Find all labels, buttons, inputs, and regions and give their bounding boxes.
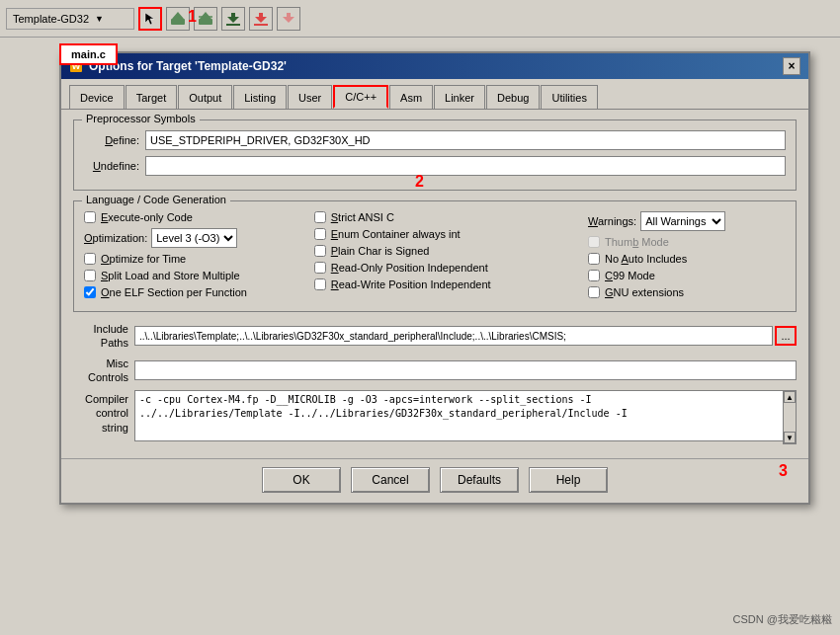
include-paths-browse-button[interactable]: ... [775,326,797,346]
erase-icon [281,11,296,27]
cursor-tool-button[interactable] [138,7,162,31]
tab-user[interactable]: User [288,85,332,109]
language-right-col: Warnings: No Warnings All Warnings Thumb… [588,211,786,303]
download-button[interactable] [221,7,245,31]
readonly-pos-label: Read-Only Position Independent [331,262,488,274]
readwrite-pos-check[interactable] [314,278,326,290]
tab-output[interactable]: Output [178,85,232,109]
enum-container-label: Enum Container always int [331,228,461,240]
dialog-footer: OK Cancel Defaults Help [61,458,808,503]
tab-device[interactable]: Device [69,85,125,109]
compiler-string-textarea[interactable]: -c -cpu Cortex-M4.fp -D__MICROLIB -g -O3… [134,390,797,441]
dialog-close-button[interactable]: × [783,57,800,75]
dialog-tab-strip: Device Target Output Listing User C/C++ … [61,79,808,110]
execute-only-check[interactable] [84,211,96,223]
c99-mode-check[interactable] [588,270,600,281]
undefine-label: Undefine: [84,160,145,172]
warnings-select[interactable]: No Warnings All Warnings [640,211,725,231]
no-auto-includes-check[interactable] [588,253,600,265]
compiler-textarea-wrap: -c -cpu Cortex-M4.fp -D__MICROLIB -g -O3… [134,390,797,444]
erase-button[interactable] [277,7,300,31]
tab-main-c[interactable]: main.c [59,43,118,65]
project-dropdown-arrow: ▼ [95,14,104,24]
tab-cpp[interactable]: C/C++ [333,85,388,109]
one-elf-label: One ELF Section per Function [101,286,247,298]
toolbar: Template-GD32 ▼ [0,0,840,38]
tab-asm[interactable]: Asm [389,85,433,109]
misc-controls-input[interactable] [134,360,797,380]
svg-rect-10 [259,13,263,18]
define-input[interactable] [145,130,786,150]
undefine-row: Undefine: [84,156,786,176]
download2-button[interactable] [249,7,273,31]
gnu-ext-row: GNU extensions [588,286,786,298]
tab-utilities[interactable]: Utilities [541,85,597,109]
build-icon [170,11,186,27]
optimization-row: Optimization: Level 0 (-O0) Level 1 (-O1… [84,228,304,248]
svg-rect-7 [231,13,235,18]
dialog-titlebar: W Options for Target 'Template-GD32' × [61,53,808,79]
no-auto-includes-row: No Auto Includes [588,253,786,265]
thumb-mode-row: Thumb Mode [588,236,786,248]
include-paths-label: IncludePaths [73,322,134,351]
c99-mode-row: C99 Mode [588,270,786,281]
plain-char-label: Plain Char is Signed [331,245,430,257]
cursor-icon [143,12,157,26]
build-button[interactable] [166,7,190,31]
thumb-mode-check[interactable] [588,236,600,248]
svg-marker-0 [145,13,154,25]
execute-only-label: Execute-only Code [101,211,193,223]
compiler-string-row: Compilercontrolstring -c -cpu Cortex-M4.… [73,390,797,444]
cancel-button[interactable]: Cancel [351,467,430,493]
one-elf-check[interactable] [84,286,96,298]
preprocessor-group: Preprocessor Symbols Define: Undefine: [73,119,797,191]
gnu-ext-check[interactable] [588,286,600,298]
plain-char-check[interactable] [314,245,326,257]
optimize-time-row: Optimize for Time [84,253,304,265]
optimization-select[interactable]: Level 0 (-O0) Level 1 (-O1) Level 2 (-O2… [151,228,237,248]
compiler-scrollbar[interactable]: ▲ ▼ [783,390,797,444]
split-load-label: Split Load and Store Multiple [101,270,240,281]
gnu-ext-label: GNU extensions [605,286,684,298]
dialog-content: Preprocessor Symbols Define: Undefine: [61,110,808,458]
optimize-time-check[interactable] [84,253,96,265]
include-paths-input[interactable] [134,326,773,346]
tab-debug[interactable]: Debug [486,85,540,109]
annotation-1: 1 [188,8,197,26]
scroll-down-arrow[interactable]: ▼ [784,432,796,443]
rebuild-icon [198,11,213,27]
no-auto-includes-label: No Auto Includes [605,253,687,265]
c99-mode-label: C99 Mode [605,270,655,281]
tab-listing[interactable]: Listing [233,85,287,109]
download-icon [225,11,241,27]
defaults-button[interactable]: Defaults [440,467,519,493]
project-title-bar[interactable]: Template-GD32 ▼ [6,8,134,30]
undefine-input[interactable] [145,156,786,176]
preprocessor-group-title: Preprocessor Symbols [82,113,200,124]
strict-ansi-label: Strict ANSI C [331,211,394,223]
readonly-pos-check[interactable] [314,262,326,274]
language-middle-col: Strict ANSI C Enum Container always int … [314,211,578,303]
rebuild-button[interactable] [194,7,217,31]
svg-rect-3 [199,19,212,25]
strict-ansi-check[interactable] [314,211,326,223]
ok-button[interactable]: OK [262,467,341,493]
svg-rect-11 [254,24,268,26]
svg-rect-1 [171,19,185,25]
define-row: Define: [84,130,786,150]
enum-container-check[interactable] [314,228,326,240]
tab-target[interactable]: Target [126,85,178,109]
help-button[interactable]: Help [529,467,608,493]
enum-container-row: Enum Container always int [314,228,578,240]
warnings-label: Warnings: [588,215,636,227]
misc-controls-label: MiscControls [73,357,134,385]
split-load-check[interactable] [84,270,96,281]
svg-marker-2 [172,12,184,19]
misc-controls-row: MiscControls [73,357,797,385]
warnings-row: Warnings: No Warnings All Warnings [588,211,786,231]
tab-linker[interactable]: Linker [434,85,485,109]
annotation-3: 3 [779,462,788,480]
scroll-up-arrow[interactable]: ▲ [784,391,796,403]
plain-char-row: Plain Char is Signed [314,245,578,257]
strict-ansi-row: Strict ANSI C [314,211,578,223]
